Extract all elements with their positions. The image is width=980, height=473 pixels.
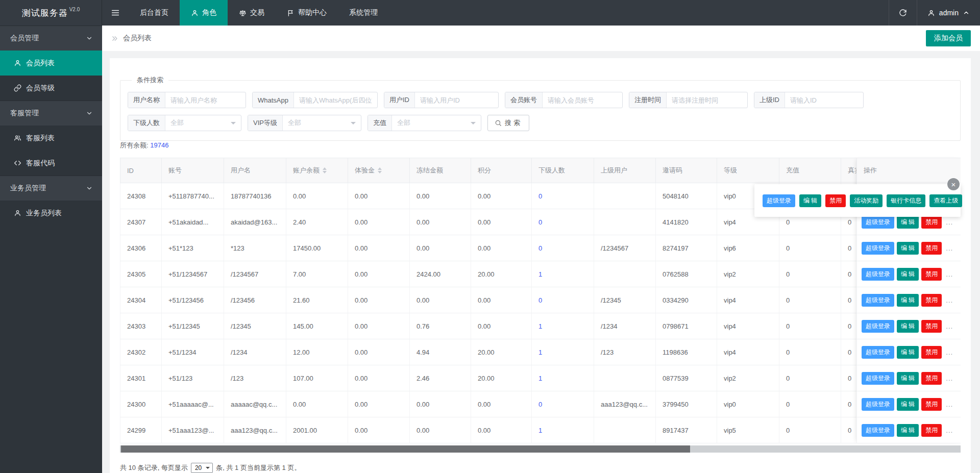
编 辑-button[interactable]: 编 辑 xyxy=(897,424,919,437)
sort-icon[interactable] xyxy=(323,167,327,173)
禁用-button[interactable]: 禁用 xyxy=(921,268,942,281)
nav-item-1[interactable]: 后台首页 xyxy=(129,0,180,26)
编 辑-button[interactable]: 编 辑 xyxy=(897,242,919,255)
cell-balance: 107.00 xyxy=(286,365,348,391)
subordinates-link[interactable]: 0 xyxy=(538,244,542,252)
禁用-button[interactable]: 禁用 xyxy=(921,320,942,333)
subordinates-link[interactable]: 0 xyxy=(538,401,542,408)
超级登录-button[interactable]: 超级登录 xyxy=(862,424,894,437)
编 辑-button[interactable]: 编 辑 xyxy=(897,398,919,411)
add-member-button[interactable]: 添加会员 xyxy=(926,30,971,46)
sort-icon[interactable] xyxy=(378,167,382,173)
column-header-balance[interactable]: 账户余额 xyxy=(286,158,348,183)
活动奖励-button[interactable]: 活动奖励 xyxy=(850,194,883,207)
menu-toggle-button[interactable] xyxy=(102,0,129,26)
more-actions-button[interactable]: ... xyxy=(946,244,953,252)
编 辑-button[interactable]: 编 辑 xyxy=(897,216,919,229)
禁用-button[interactable]: 禁用 xyxy=(921,242,942,255)
超级登录-button[interactable]: 超级登录 xyxy=(862,242,894,255)
filter-select-1[interactable]: 下级人数全部 xyxy=(128,115,241,131)
user-menu[interactable]: admin xyxy=(917,0,980,26)
超级登录-button[interactable]: 超级登录 xyxy=(862,372,894,385)
search-input-3[interactable] xyxy=(415,92,498,108)
超级登录-button[interactable]: 超级登录 xyxy=(862,268,894,281)
subordinates-link[interactable]: 0 xyxy=(538,192,542,200)
search-input-1[interactable] xyxy=(165,92,246,108)
cell-frozen: 0.00 xyxy=(409,235,471,261)
nav-item-3[interactable]: 交易 xyxy=(228,0,276,26)
filter-select-3[interactable]: 充值全部 xyxy=(368,115,481,131)
sidebar-item-客服代码[interactable]: 客服代码 xyxy=(0,151,102,176)
page-size-select[interactable]: 20 xyxy=(191,463,213,473)
禁用-button[interactable]: 禁用 xyxy=(825,194,846,207)
禁用-button[interactable]: 禁用 xyxy=(921,424,942,437)
subordinates-link[interactable]: 1 xyxy=(538,348,542,356)
filter-select-2[interactable]: VIP等级全部 xyxy=(248,115,361,131)
more-actions-button[interactable]: ... xyxy=(946,270,953,278)
查看上级-button[interactable]: 查看上级 xyxy=(929,194,962,207)
close-button[interactable]: × xyxy=(947,178,960,190)
编 辑-button[interactable]: 编 辑 xyxy=(897,346,919,359)
more-actions-button[interactable]: ... xyxy=(946,218,953,226)
cell-username: aaaaac@qq.c... xyxy=(224,391,286,417)
subordinates-link[interactable]: 1 xyxy=(538,270,542,278)
subordinates-link[interactable]: 0 xyxy=(538,218,542,226)
more-actions-button[interactable]: ... xyxy=(946,296,953,304)
user-icon xyxy=(191,9,199,17)
sidebar-group-3[interactable]: 业务员管理 xyxy=(0,176,102,201)
more-actions-button[interactable]: ... xyxy=(946,375,953,382)
编 辑-button[interactable]: 编 辑 xyxy=(897,268,919,281)
column-header-trial[interactable]: 体验金 xyxy=(348,158,409,183)
禁用-button[interactable]: 禁用 xyxy=(921,398,942,411)
more-actions-button[interactable]: ... xyxy=(946,322,953,330)
编 辑-button[interactable]: 编 辑 xyxy=(897,320,919,333)
search-row-2: 下级人数全部VIP等级全部充值全部搜索 xyxy=(128,115,953,131)
more-actions-button[interactable]: ... xyxy=(946,348,953,356)
search-input-2[interactable] xyxy=(294,92,377,108)
sidebar-item-客服列表[interactable]: 客服列表 xyxy=(0,126,102,151)
编 辑-button[interactable]: 编 辑 xyxy=(897,294,919,307)
禁用-button[interactable]: 禁用 xyxy=(921,294,942,307)
超级登录-button[interactable]: 超级登录 xyxy=(862,320,894,333)
row-actions-popup: 超级登录编 辑禁用活动奖励银行卡信息查看上级× xyxy=(754,184,961,217)
search-button[interactable]: 搜索 xyxy=(487,115,529,131)
more-actions-button[interactable]: ... xyxy=(946,401,953,408)
subordinates-link[interactable]: 1 xyxy=(538,427,542,434)
禁用-button[interactable]: 禁用 xyxy=(921,346,942,359)
search-input-6[interactable] xyxy=(785,92,863,108)
horizontal-scrollbar[interactable] xyxy=(120,445,961,453)
search-input-4[interactable] xyxy=(543,92,622,108)
sidebar-group-1[interactable]: 会员管理 xyxy=(0,26,102,51)
sidebar-item-会员等级[interactable]: 会员等级 xyxy=(0,76,102,101)
refresh-button[interactable] xyxy=(889,0,917,26)
禁用-button[interactable]: 禁用 xyxy=(921,216,942,229)
app-title: 测试服务器 xyxy=(22,7,68,19)
超级登录-button[interactable]: 超级登录 xyxy=(862,346,894,359)
编 辑-button[interactable]: 编 辑 xyxy=(897,372,919,385)
银行卡信息-button[interactable]: 银行卡信息 xyxy=(887,194,925,207)
超级登录-button[interactable]: 超级登录 xyxy=(862,216,894,229)
total-balance-value[interactable]: 19746 xyxy=(150,141,168,149)
column-header-label: 充值 xyxy=(786,166,799,175)
超级登录-button[interactable]: 超级登录 xyxy=(862,294,894,307)
subordinates-link[interactable]: 0 xyxy=(538,296,542,304)
nav-item-4[interactable]: 帮助中心 xyxy=(276,0,338,26)
subordinates-link[interactable]: 1 xyxy=(538,375,542,382)
nav-item-5[interactable]: 系统管理 xyxy=(338,0,389,26)
search-legend: 条件搜索 xyxy=(132,76,168,85)
search-input-5[interactable] xyxy=(667,92,747,108)
编 辑-button[interactable]: 编 辑 xyxy=(799,194,821,207)
sidebar-item-业务员列表[interactable]: 业务员列表 xyxy=(0,201,102,226)
禁用-button[interactable]: 禁用 xyxy=(921,372,942,385)
sidebar-item-会员列表[interactable]: 会员列表 xyxy=(0,51,102,76)
sidebar-group-2[interactable]: 客服管理 xyxy=(0,101,102,126)
scrollbar-thumb[interactable] xyxy=(121,445,690,453)
超级登录-button[interactable]: 超级登录 xyxy=(862,398,894,411)
cell-username: /1234 xyxy=(224,339,286,365)
table-row: 24306+51*123*12317450.000.000.000.000/12… xyxy=(120,235,961,261)
more-actions-button[interactable]: ... xyxy=(946,427,953,434)
nav-item-2[interactable]: 角色 xyxy=(180,0,228,26)
subordinates-link[interactable]: 1 xyxy=(538,322,542,330)
search-field-label: 会员账号 xyxy=(505,92,543,108)
超级登录-button[interactable]: 超级登录 xyxy=(763,194,795,207)
